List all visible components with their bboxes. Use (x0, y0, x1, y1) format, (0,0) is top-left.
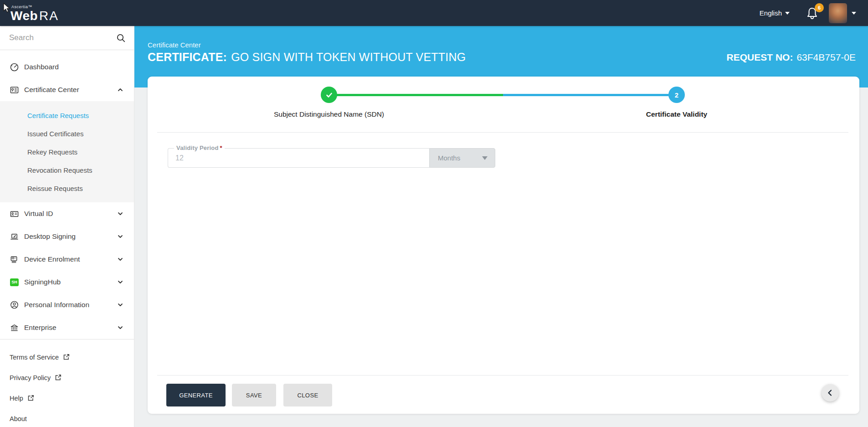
sidebar-item-dashboard[interactable]: Dashboard (0, 56, 134, 78)
step-number: 2 (675, 91, 678, 99)
sidebar-nav: Dashboard Certificate Center Certificate… (0, 50, 134, 339)
webra-app: Ascertia™ WebRA English 6 (0, 0, 868, 427)
sidebar-item-revocation-requests[interactable]: Revocation Requests (0, 161, 134, 179)
footer-link-label: About (10, 415, 27, 422)
language-caret-icon (785, 12, 790, 15)
person-circle-icon (10, 301, 19, 309)
request-number: REQUEST NO:63F4B757-0E (727, 52, 856, 64)
step-2-label: Certificate Validity (646, 110, 707, 118)
certificate-icon (10, 86, 19, 94)
webra-brand-label: WebRA (10, 9, 59, 23)
check-icon (325, 91, 334, 99)
privacy-policy-link[interactable]: Privacy Policy (0, 367, 134, 388)
sidebar-item-label: Virtual ID (24, 210, 118, 218)
chevron-down-icon (118, 211, 123, 216)
virtual-id-card-icon (10, 210, 19, 218)
validity-unit-dropdown[interactable]: Months (429, 148, 495, 168)
chevron-down-icon (118, 257, 123, 262)
save-button[interactable]: SAVE (232, 384, 276, 406)
sidebar-item-rekey-requests[interactable]: Rekey Requests (0, 143, 134, 161)
device-enrolment-icon (10, 255, 19, 264)
chevron-down-icon (118, 234, 123, 239)
sidebar-item-desktop-signing[interactable]: Desktop Signing (0, 225, 134, 248)
search-icon[interactable] (116, 33, 126, 43)
help-link[interactable]: Help (0, 388, 134, 408)
sub-item-label: Certificate Requests (27, 112, 89, 119)
sidebar-item-label: Device Enrolment (24, 255, 118, 263)
sidebar-item-label: Certificate Center (24, 86, 118, 94)
signinghub-badge: SH (10, 278, 19, 286)
actions-divider (157, 375, 848, 376)
step-2-indicator[interactable]: 2 (668, 87, 685, 103)
sidebar-footer: Terms of Service Privacy Policy Help Abo… (0, 340, 134, 427)
top-bar: Ascertia™ WebRA English 6 (0, 0, 868, 26)
stepper-connector-complete (334, 94, 503, 96)
notification-count-badge: 6 (815, 3, 824, 12)
page-title-prefix: CERTIFICATE: (148, 51, 227, 63)
step-1-label: Subject Distinguished Name (SDN) (274, 110, 384, 118)
certificate-wizard-card: 2 Subject Distinguished Name (SDN) Certi… (148, 77, 859, 414)
language-label: English (760, 9, 782, 17)
terms-of-service-link[interactable]: Terms of Service (0, 347, 134, 367)
chevron-down-icon (118, 325, 123, 330)
chevron-down-icon (118, 302, 123, 308)
required-asterisk: * (220, 144, 222, 151)
validity-period-value[interactable]: 12 (168, 149, 429, 167)
dashboard-gauge-icon (10, 63, 19, 72)
chevron-up-icon (118, 87, 123, 93)
sidebar-item-enterprise[interactable]: Enterprise (0, 316, 134, 339)
footer-link-label: Terms of Service (10, 354, 59, 361)
sidebar-item-reissue-requests[interactable]: Reissue Requests (0, 179, 134, 197)
webra-logo[interactable]: Ascertia™ WebRA (10, 4, 59, 22)
chevron-down-icon (118, 279, 123, 285)
sidebar-item-label: Dashboard (24, 63, 123, 71)
sidebar-item-device-enrolment[interactable]: Device Enrolment (0, 248, 134, 271)
about-link[interactable]: About (0, 408, 134, 427)
page-title: CERTIFICATE:GO SIGN WITH TOKEN WITHOUT V… (148, 51, 466, 64)
sub-item-label: Reissue Requests (27, 185, 83, 192)
external-link-icon (63, 354, 70, 360)
sub-item-label: Revocation Requests (27, 166, 92, 174)
signinghub-icon: SH (10, 278, 19, 287)
topbar-right-controls: English 6 (760, 3, 868, 23)
sidebar-item-label: Personal Information (24, 301, 118, 309)
breadcrumb: Certificate Center (148, 41, 466, 49)
footer-link-label: Privacy Policy (10, 374, 51, 381)
language-selector[interactable]: English (760, 9, 790, 17)
sidebar-item-certificate-requests[interactable]: Certificate Requests (0, 106, 134, 124)
sidebar-item-personal-information[interactable]: Personal Information (0, 293, 134, 316)
sidebar-item-certificate-center[interactable]: Certificate Center (0, 78, 134, 101)
dropdown-caret-icon (482, 156, 488, 160)
close-button[interactable]: CLOSE (283, 384, 332, 406)
notifications-button[interactable]: 6 (806, 6, 819, 20)
user-avatar[interactable] (829, 3, 847, 23)
action-buttons: GENERATE SAVE CLOSE (166, 384, 332, 406)
validity-unit-value: Months (438, 154, 460, 162)
sidebar: Dashboard Certificate Center Certificate… (0, 26, 134, 427)
page-title-text: GO SIGN WITH TOKEN WITHOUT VETTING (231, 51, 466, 63)
external-link-icon (55, 374, 62, 381)
sidebar-item-label: SigningHub (24, 278, 118, 286)
sidebar-item-virtual-id[interactable]: Virtual ID (0, 202, 134, 225)
footer-link-label: Help (10, 395, 23, 402)
chevron-left-icon (826, 388, 835, 397)
sub-item-label: Rekey Requests (27, 148, 77, 156)
sidebar-search (0, 26, 134, 50)
sidebar-item-label: Enterprise (24, 324, 118, 332)
step-1-complete-indicator[interactable] (321, 87, 337, 103)
sidebar-item-label: Desktop Signing (24, 232, 118, 241)
sidebar-item-signinghub[interactable]: SH SigningHub (0, 271, 134, 293)
generate-button[interactable]: GENERATE (166, 384, 226, 406)
request-number-label: REQUEST NO: (727, 52, 793, 62)
sidebar-item-issued-certificates[interactable]: Issued Certificates (0, 124, 134, 143)
validity-period-field[interactable]: Validity Period* 12 (168, 148, 429, 168)
user-menu-caret-icon[interactable] (852, 12, 856, 15)
page-header-left: Certificate Center CERTIFICATE:GO SIGN W… (148, 41, 466, 64)
enterprise-bank-icon (10, 324, 19, 332)
sub-item-label: Issued Certificates (27, 130, 83, 138)
request-number-value: 63F4B757-0E (796, 52, 856, 62)
previous-step-button[interactable] (822, 384, 839, 401)
search-input[interactable] (9, 33, 116, 42)
stepper-connector-active (503, 94, 672, 96)
validity-period-group: Validity Period* 12 Months (168, 148, 495, 168)
